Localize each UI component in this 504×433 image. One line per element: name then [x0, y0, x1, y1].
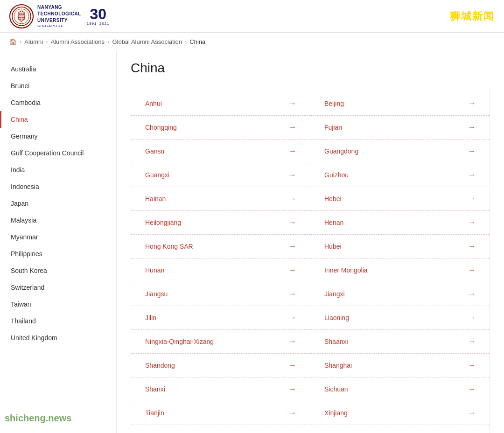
- province-name: Hebei: [324, 195, 342, 203]
- province-item[interactable]: Liaoning→: [310, 306, 490, 330]
- province-item[interactable]: Jilin→: [131, 306, 310, 330]
- ntu-30-block: 30 1991–2021: [87, 7, 110, 26]
- sidebar-item-philippines[interactable]: Philippines: [0, 245, 116, 262]
- arrow-icon: →: [289, 266, 296, 274]
- province-name: Jiangxi: [324, 290, 345, 298]
- province-name: Xinjiang: [324, 409, 348, 417]
- provinces-container: Anhui→Beijing→Chongqing→Fujian→Gansu→Gua…: [131, 87, 490, 433]
- arrow-icon: →: [468, 242, 476, 251]
- home-icon[interactable]: 🏠: [9, 38, 17, 45]
- province-name: Tianjin: [145, 409, 164, 417]
- province-item[interactable]: Heilongjiang→: [131, 211, 310, 235]
- breadcrumb-sep-1: ›: [46, 38, 48, 45]
- svg-text:TECH. UNIV: TECH. UNIV: [17, 19, 25, 21]
- sidebar-item-south-korea[interactable]: South Korea: [0, 262, 116, 279]
- province-item[interactable]: Tianjin→: [131, 401, 310, 425]
- province-item[interactable]: Jiangsu→: [131, 282, 310, 306]
- arrow-icon: →: [468, 123, 476, 132]
- breadcrumb: 🏠 › Alumni › Alumni Associations › Globa…: [0, 33, 504, 51]
- arrow-icon: →: [289, 99, 296, 108]
- province-name: Chongqing: [145, 124, 177, 131]
- sidebar-item-myanmar[interactable]: Myanmar: [0, 229, 116, 245]
- province-item[interactable]: Hebei→: [310, 187, 490, 211]
- province-item[interactable]: Shanxi→: [131, 377, 310, 401]
- province-item[interactable]: Ningxia-Qinghai-Xizang→: [131, 330, 310, 354]
- province-item[interactable]: Yunnan→: [131, 425, 310, 433]
- arrow-icon: →: [289, 123, 296, 132]
- province-item[interactable]: Shandong→: [131, 354, 310, 377]
- main-layout: AustraliaBruneiCambodiaChinaGermanyGulf …: [0, 51, 504, 433]
- sidebar: AustraliaBruneiCambodiaChinaGermanyGulf …: [0, 51, 117, 433]
- sidebar-item-taiwan[interactable]: Taiwan: [0, 296, 116, 313]
- breadcrumb-alumni-associations[interactable]: Alumni Associations: [50, 38, 105, 45]
- province-item[interactable]: Zhejiang→: [310, 425, 490, 433]
- province-item[interactable]: Hunan→: [131, 258, 310, 282]
- province-name: Hunan: [145, 266, 164, 274]
- breadcrumb-alumni[interactable]: Alumni: [24, 38, 43, 45]
- sidebar-item-gulf-cooperation-council[interactable]: Gulf Cooperation Council: [0, 145, 116, 161]
- sidebar-item-brunei[interactable]: Brunei: [0, 77, 116, 94]
- province-name: Sichuan: [324, 385, 348, 393]
- arrow-icon: →: [468, 314, 476, 322]
- province-item[interactable]: Guangdong→: [310, 140, 490, 163]
- province-name: Hainan: [145, 195, 166, 203]
- ntu-logo[interactable]: NTU NANYANG TECH. UNIV Nanyang Technolog…: [9, 4, 110, 28]
- province-item[interactable]: Shanghai→: [310, 354, 490, 377]
- breadcrumb-current: China: [189, 38, 205, 45]
- province-item[interactable]: Henan→: [310, 211, 490, 235]
- province-name: Shanghai: [324, 362, 352, 369]
- arrow-icon: →: [289, 361, 296, 370]
- province-item[interactable]: Beijing→: [310, 92, 490, 116]
- sidebar-item-australia[interactable]: Australia: [0, 61, 116, 77]
- ntu-name-line1: Nanyang: [37, 4, 81, 11]
- province-item[interactable]: Hubei→: [310, 235, 490, 258]
- province-item[interactable]: Xinjiang→: [310, 401, 490, 425]
- province-name: Jiangsu: [145, 290, 168, 298]
- sidebar-item-china[interactable]: China: [0, 111, 116, 128]
- page-title: China: [131, 61, 490, 76]
- arrow-icon: →: [468, 409, 476, 417]
- sidebar-item-germany[interactable]: Germany: [0, 128, 116, 145]
- province-name: Henan: [324, 219, 343, 226]
- province-name: Ningxia-Qinghai-Xizang: [145, 338, 214, 345]
- site-header: NTU NANYANG TECH. UNIV Nanyang Technolog…: [0, 0, 504, 33]
- province-item[interactable]: Jiangxi→: [310, 282, 490, 306]
- province-name: Beijing: [324, 100, 344, 107]
- province-item[interactable]: Guizhou→: [310, 163, 490, 187]
- arrow-icon: →: [289, 314, 296, 322]
- province-item[interactable]: Hainan→: [131, 187, 310, 211]
- province-name: Hong Kong SAR: [145, 243, 193, 250]
- ntu-name-line2: Technological: [37, 11, 81, 17]
- sidebar-item-india[interactable]: India: [0, 161, 116, 178]
- sidebar-item-cambodia[interactable]: Cambodia: [0, 94, 116, 111]
- arrow-icon: →: [468, 266, 476, 274]
- province-item[interactable]: Chongqing→: [131, 116, 310, 140]
- province-item[interactable]: Guangxi→: [131, 163, 310, 187]
- sidebar-item-switzerland[interactable]: Switzerland: [0, 279, 116, 296]
- sidebar-item-indonesia[interactable]: Indonesia: [0, 178, 116, 195]
- arrow-icon: →: [289, 385, 296, 393]
- sidebar-item-malaysia[interactable]: Malaysia: [0, 212, 116, 229]
- arrow-icon: →: [468, 290, 476, 298]
- province-item[interactable]: Inner Mongolia→: [310, 258, 490, 282]
- arrow-icon: →: [468, 218, 476, 227]
- province-item[interactable]: Shaanxi→: [310, 330, 490, 354]
- province-item[interactable]: Fujian→: [310, 116, 490, 140]
- ntu-30-years: 1991–2021: [87, 21, 110, 26]
- arrow-icon: →: [289, 171, 296, 179]
- province-item[interactable]: Gansu→: [131, 140, 310, 163]
- arrow-icon: →: [468, 147, 476, 155]
- sidebar-item-japan[interactable]: Japan: [0, 195, 116, 212]
- sidebar-item-thailand[interactable]: Thailand: [0, 313, 116, 329]
- province-item[interactable]: Sichuan→: [310, 377, 490, 401]
- arrow-icon: →: [289, 195, 296, 203]
- breadcrumb-sep-3: ›: [185, 38, 187, 45]
- sidebar-item-united-kingdom[interactable]: United Kingdom: [0, 329, 116, 346]
- province-item[interactable]: Hong Kong SAR→: [131, 235, 310, 258]
- breadcrumb-global-alumni[interactable]: Global Alumni Association: [112, 38, 182, 45]
- province-name: Heilongjiang: [145, 219, 181, 226]
- province-item[interactable]: Anhui→: [131, 92, 310, 116]
- arrow-icon: →: [468, 337, 476, 346]
- province-name: Anhui: [145, 100, 162, 107]
- province-name: Hubei: [324, 243, 342, 250]
